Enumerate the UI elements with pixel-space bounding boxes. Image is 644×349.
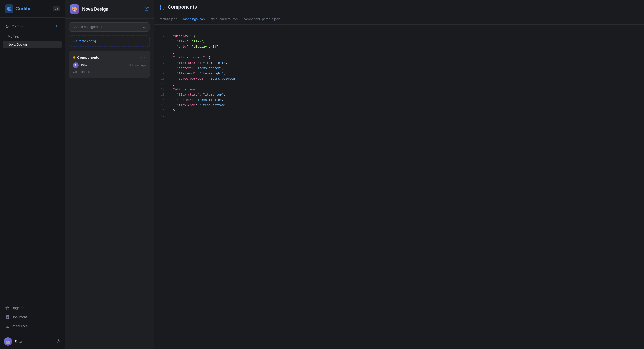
- code-line-13: 13 "flex-start": "items-top",: [160, 92, 638, 98]
- code-line-5: 5 },: [160, 50, 638, 55]
- add-team-button[interactable]: +: [54, 23, 60, 29]
- search-input[interactable]: [72, 25, 140, 29]
- code-line-12: 12 "align-items": {: [160, 87, 638, 92]
- settings-icon[interactable]: [56, 339, 61, 344]
- sidebar-header: Codify en: [0, 0, 65, 18]
- search-icon: [142, 25, 146, 29]
- line-content-3: "flex": "flex",: [169, 39, 205, 44]
- line-content-13: "flex-start": "items-top",: [169, 92, 226, 98]
- config-author-avatar: E: [73, 62, 79, 68]
- line-num-6: 6: [160, 55, 164, 60]
- tabs-bar: feature.json mappings.json style_parsers…: [154, 14, 644, 25]
- book-icon: [5, 315, 9, 319]
- project-info: 🎨 Nova Design: [70, 4, 108, 14]
- more-options-button[interactable]: ···: [141, 55, 146, 60]
- code-line-8: 8 "center": "items-center",: [160, 66, 638, 71]
- line-num-5: 5: [160, 50, 164, 55]
- line-num-9: 9: [160, 71, 164, 76]
- document-label: Document: [12, 315, 27, 319]
- line-num-2: 2: [160, 34, 164, 39]
- line-content-4: "grid": "display-grid": [169, 44, 218, 50]
- code-title: Components: [168, 4, 197, 10]
- line-content-16: }: [169, 108, 175, 113]
- line-num-1: 1: [160, 29, 164, 34]
- resources-item[interactable]: Resources: [3, 322, 62, 330]
- star-icon: [5, 306, 9, 310]
- config-description: Components: [73, 70, 146, 74]
- tab-style-parsers-json[interactable]: style_parsers.json: [210, 14, 238, 24]
- logo: Codify: [5, 4, 30, 13]
- line-content-10: "space-between": "items-between": [169, 76, 237, 82]
- code-line-4: 4 "grid": "display-grid": [160, 44, 638, 50]
- line-content-2: "display": {: [169, 34, 196, 39]
- users-icon: [5, 24, 9, 28]
- config-card-title: Components: [73, 55, 99, 60]
- lang-badge[interactable]: en: [53, 6, 60, 11]
- line-content-12: "align-items": {: [169, 87, 203, 92]
- project-icon: 🎨: [70, 4, 79, 14]
- code-line-11: 11 },: [160, 82, 638, 87]
- line-num-10: 10: [160, 76, 164, 82]
- team-items: My Team Nova Design: [3, 31, 62, 50]
- config-card[interactable]: Components ··· E Ethan 9 hours ago Compo…: [69, 51, 150, 78]
- line-content-8: "center": "items-center",: [169, 66, 224, 71]
- resources-label: Resources: [12, 324, 28, 328]
- code-editor: 1 { 2 "display": { 3 "flex": "flex", 4 "…: [154, 25, 644, 349]
- user-info: 🤖 Ethan: [4, 337, 23, 346]
- line-num-13: 13: [160, 92, 164, 98]
- code-panel: {·} Components feature.json mappings.jso…: [154, 0, 644, 349]
- tab-mappings-json[interactable]: mappings.json: [183, 14, 205, 24]
- line-content-15: "flex-end": "items-bottom": [169, 103, 226, 108]
- code-line-10: 10 "space-between": "items-between": [160, 76, 638, 82]
- project-header: 🎨 Nova Design: [65, 0, 154, 19]
- config-card-meta: E Ethan 9 hours ago: [73, 62, 146, 68]
- line-content-14: "center": "items-middle",: [169, 98, 224, 103]
- line-num-16: 16: [160, 108, 164, 113]
- external-link-icon[interactable]: [144, 7, 149, 12]
- code-line-2: 2 "display": {: [160, 34, 638, 39]
- line-num-14: 14: [160, 98, 164, 103]
- my-team-section: My Team + My Team Nova Design: [0, 22, 65, 50]
- my-team-header[interactable]: My Team +: [3, 22, 62, 31]
- line-content-1: {: [169, 29, 171, 34]
- create-config-label: + Create config: [73, 39, 96, 43]
- middle-panel: 🎨 Nova Design + Create config Components…: [65, 0, 154, 349]
- user-section: 🤖 Ethan: [0, 334, 65, 349]
- line-content-17: }: [169, 114, 171, 119]
- app-name: Codify: [16, 6, 30, 12]
- code-line-7: 7 "flex-start": "items-left",: [160, 60, 638, 66]
- code-line-16: 16 }: [160, 108, 638, 113]
- code-line-14: 14 "center": "items-middle",: [160, 98, 638, 103]
- tab-feature-json[interactable]: feature.json: [160, 14, 177, 24]
- tab-component-parsers-json[interactable]: component_parsers.json: [243, 14, 280, 24]
- upgrade-label: Upgrade: [12, 306, 24, 310]
- code-line-9: 9 "flex-end": "items-right",: [160, 71, 638, 76]
- my-team-label: My Team: [12, 24, 25, 28]
- team-item-nova-design[interactable]: Nova Design: [3, 41, 62, 48]
- config-time: 9 hours ago: [129, 64, 146, 67]
- line-content-5: },: [169, 50, 177, 55]
- search-bar[interactable]: [69, 22, 150, 32]
- upgrade-item[interactable]: Upgrade: [3, 303, 62, 312]
- line-content-11: },: [169, 82, 177, 87]
- project-name: Nova Design: [82, 7, 108, 12]
- document-item[interactable]: Document: [3, 313, 62, 321]
- status-dot: [73, 56, 75, 59]
- line-content-7: "flex-start": "items-left",: [169, 60, 228, 66]
- svg-point-6: [58, 340, 60, 342]
- code-line-15: 15 "flex-end": "items-bottom": [160, 103, 638, 108]
- config-author: Ethan: [81, 64, 89, 67]
- code-title-icon: {·}: [160, 4, 165, 10]
- sidebar-bottom: Upgrade Document Resources: [0, 300, 65, 334]
- logo-icon: [5, 4, 14, 13]
- line-num-17: 17: [160, 114, 164, 119]
- user-name: Ethan: [14, 339, 23, 343]
- line-num-12: 12: [160, 87, 164, 92]
- sidebar: Codify en My Team + My Team Nova Design: [0, 0, 65, 349]
- code-line-1: 1 {: [160, 29, 638, 34]
- code-line-17: 17 }: [160, 114, 638, 119]
- team-item-my-team[interactable]: My Team: [3, 33, 62, 40]
- line-num-4: 4: [160, 44, 164, 50]
- avatar: 🤖: [4, 337, 12, 346]
- create-config-button[interactable]: + Create config: [69, 35, 150, 47]
